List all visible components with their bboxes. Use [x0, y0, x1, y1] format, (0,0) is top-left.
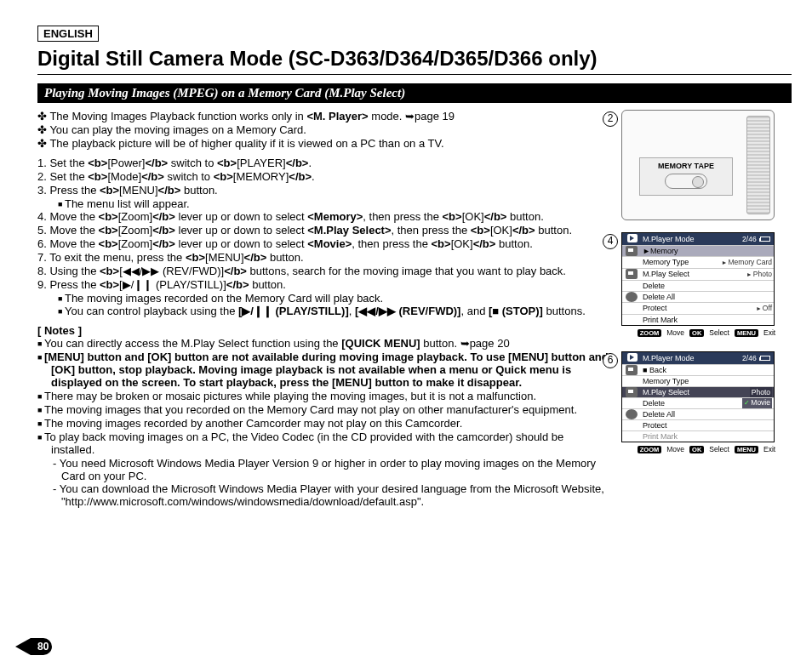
menu-item-label: Protect — [643, 420, 772, 430]
zoom-key-icon: ZOOM — [638, 446, 662, 453]
menu-side-icon — [626, 409, 638, 419]
note-item: To play back moving images on a PC, the … — [37, 430, 609, 456]
main-text-column: The Moving Images Playback function work… — [37, 110, 609, 508]
menu-item-label: Print Mark — [643, 431, 772, 442]
menu-side-icon — [626, 365, 638, 375]
mode-switch-label: MEMORY TAPE — [658, 162, 714, 170]
menu-item: Delete All — [622, 408, 774, 419]
diagram-step-2: 2 MEMORY TAPE — [621, 110, 792, 220]
step-item: 4. Move the <b>[Zoom]</b> lever up or do… — [37, 210, 609, 223]
notes-list: You can directly access the M.Play Selec… — [37, 337, 609, 508]
step-subitem: You can control playback using the [▶/❙❙… — [37, 305, 609, 317]
menu-item-label: Delete — [643, 281, 772, 291]
image-counter: 2/46 — [742, 234, 770, 244]
menu-item: ►Memory — [622, 245, 774, 256]
battery-icon — [760, 356, 770, 361]
menu-item-label: Print Mark — [643, 315, 772, 325]
menu-item: Delete — [622, 280, 774, 291]
menu-side-icon — [626, 269, 638, 279]
ok-key-icon: OK — [689, 446, 704, 453]
note-item: [MENU] button and [OK] button are not av… — [37, 351, 609, 389]
menu-item-value: Off — [756, 303, 772, 314]
menu-item: ProtectOff — [622, 302, 774, 314]
battery-icon — [760, 237, 770, 242]
step-item: 5. Move the <b>[Zoom]</b> lever up or do… — [37, 224, 609, 237]
step-subitem: The menu list will appear. — [37, 197, 609, 210]
diagram-step-4: 4 M.Player Mode2/46 ►MemoryMemory TypeMe… — [621, 232, 792, 339]
notes-heading: [ Notes ] — [37, 324, 609, 337]
step-item: 3. Press the <b>[MENU]</b> button. — [37, 184, 609, 197]
image-counter: 2/46 — [742, 353, 770, 363]
menu-key-icon: MENU — [735, 329, 758, 337]
menu-screen-6: M.Player Mode2/46 ■ BackMemory TypeM.Pla… — [621, 351, 775, 442]
menu-item: Print Mark — [622, 314, 774, 325]
page-title: Digital Still Camera Mode (SC-D363/D364/… — [37, 47, 792, 75]
step-item: 2. Set the <b>[Mode]</b> switch to <b>[M… — [37, 170, 609, 183]
steps-list: 1. Set the <b>[Power]</b> switch to <b>[… — [37, 157, 609, 317]
menu-item: Print Mark — [622, 430, 774, 442]
camera-mode-switch: MEMORY TAPE — [639, 157, 733, 196]
menu-side-icon — [626, 292, 638, 302]
menu-footer-6: ZOOMMove OKSelect MENUExit — [621, 442, 792, 456]
camera-illustration: MEMORY TAPE — [621, 110, 775, 220]
intro-item: You can play the moving images on a Memo… — [37, 123, 609, 136]
menu-key-icon: MENU — [735, 446, 758, 453]
language-badge: ENGLISH — [37, 26, 99, 42]
switch-icon — [665, 174, 707, 189]
menu-header: M.Player Mode2/46 — [622, 233, 774, 245]
menu-item: Delete All — [622, 291, 774, 302]
play-mode-icon — [627, 234, 638, 242]
menu-item-label: Delete All — [643, 409, 772, 419]
step-item: 6. Move the <b>[Zoom]</b> lever up or do… — [37, 237, 609, 250]
step-marker-2: 2 — [603, 111, 618, 127]
menu-footer-4: ZOOMMove OKSelect MENUExit — [621, 326, 792, 339]
menu-item-label: Memory Type — [643, 257, 722, 268]
step-subitem: The moving images recorded on the Memory… — [37, 292, 609, 305]
step-marker-4: 4 — [603, 234, 618, 249]
menu-item-label: Memory Type — [643, 376, 772, 386]
intro-list: The Moving Images Playback function work… — [37, 110, 609, 150]
menu-item-value: Photo — [746, 269, 772, 280]
step-item: 9. Press the <b>[▶/❙❙ (PLAY/STILL)]</b> … — [37, 278, 609, 291]
note-item: You can directly access the M.Play Selec… — [37, 337, 609, 350]
menu-item-label: Delete All — [643, 292, 772, 302]
zoom-key-icon: ZOOM — [638, 329, 662, 337]
note-subitem: - You can download the Microsoft Windows… — [37, 482, 609, 508]
play-mode-icon — [627, 353, 638, 362]
note-item: The moving images that you recorded on t… — [37, 403, 609, 416]
camera-grip-icon — [746, 116, 770, 214]
menu-item: ■ Back — [622, 364, 774, 375]
menu-item: Memory TypeMemory Card — [622, 256, 774, 268]
page-number-badge: 80 — [31, 638, 52, 655]
step-item: 7. To exit the menu, press the <b>[MENU]… — [37, 251, 609, 264]
menu-item-label: M.Play Select — [643, 269, 746, 280]
menu-item: Protect — [622, 419, 774, 430]
menu-item-value: Memory Card — [722, 257, 772, 268]
intro-item: The Moving Images Playback function work… — [37, 110, 609, 123]
step-item: 8. Using the <b>[◀◀/▶▶ (REV/FWD)]</b> bu… — [37, 265, 609, 277]
menu-screen-4: M.Player Mode2/46 ►MemoryMemory TypeMemo… — [621, 232, 775, 326]
menu-item: M.Play SelectPhoto — [622, 268, 774, 280]
menu-item-label: Delete — [643, 398, 772, 408]
menu-item-label: Protect — [643, 303, 756, 314]
note-item: There may be broken or mosaic pictures w… — [37, 390, 609, 402]
diagram-step-6: 6 M.Player Mode2/46 ■ BackMemory TypeM.P… — [621, 351, 792, 456]
diagram-column: 2 MEMORY TAPE 4 M.Player Mode2/46 ►Memor… — [621, 110, 792, 508]
menu-option: Photo — [750, 387, 772, 397]
step-marker-6: 6 — [603, 353, 618, 368]
menu-item: Delete — [622, 397, 774, 408]
section-subtitle: Playing Moving Images (MPEG) on a Memory… — [37, 83, 792, 103]
menu-side-icon — [626, 387, 638, 397]
menu-side-icon — [626, 246, 638, 256]
intro-item: The playback picture will be of higher q… — [37, 137, 609, 150]
note-subitem: - You need Microsoft Windows Media Playe… — [37, 457, 609, 482]
note-item: The moving images recorded by another Ca… — [37, 417, 609, 430]
step-item: 1. Set the <b>[Power]</b> switch to <b>[… — [37, 157, 609, 169]
menu-header: M.Player Mode2/46 — [622, 352, 774, 364]
menu-item-label: ►Memory — [643, 246, 772, 256]
ok-key-icon: OK — [689, 329, 704, 337]
menu-item: Memory Type — [622, 375, 774, 386]
menu-item-label: ■ Back — [643, 365, 772, 375]
menu-item: M.Play SelectPhotoMovie — [622, 386, 774, 397]
